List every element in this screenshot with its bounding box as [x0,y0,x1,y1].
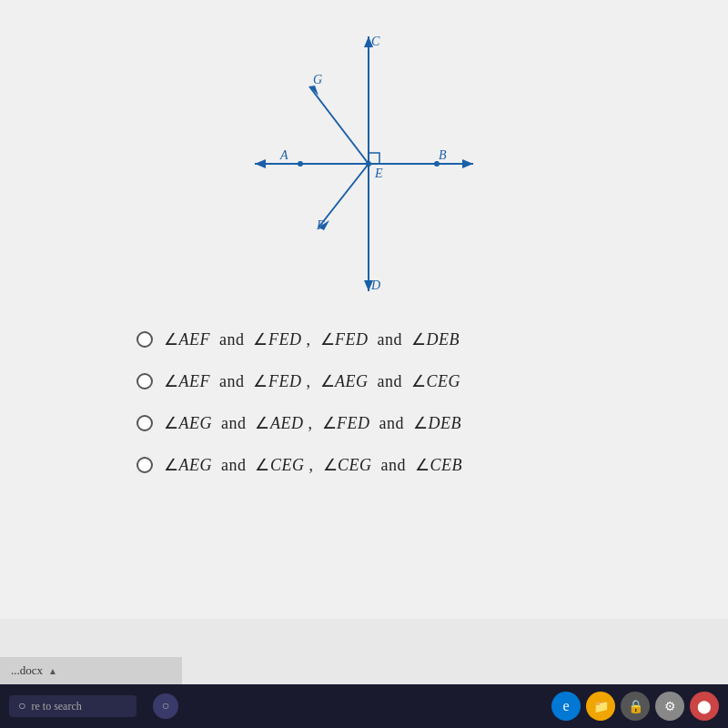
radio-4[interactable] [136,457,153,473]
choice-1-row[interactable]: ∠AEF and ∠FED , ∠FED and ∠DEB [136,318,646,360]
svg-point-11 [366,161,371,167]
chrome-icon[interactable]: ⬤ [690,692,719,721]
taskbar-icons: e 📁 🔒 ⚙ ⬤ [551,692,719,721]
label-f: F [316,218,325,232]
edge-icon[interactable]: e [551,692,581,721]
taskbar-search-label: re to search [31,700,81,713]
radio-3[interactable] [136,415,153,431]
file-explorer-icon[interactable]: 📁 [586,692,615,721]
svg-line-8 [318,164,369,228]
svg-point-12 [298,161,303,167]
settings-icon[interactable]: ⚙ [655,692,684,721]
choices-container: ∠AEF and ∠FED , ∠FED and ∠DEB ∠AEF and ∠… [82,318,646,486]
svg-marker-2 [462,159,473,168]
radio-2[interactable] [136,373,153,389]
docx-label: ...docx [11,663,43,678]
taskbar: ○ re to search ○ e 📁 🔒 ⚙ ⬤ [0,684,728,728]
label-c: C [371,35,380,48]
svg-line-6 [309,86,369,164]
label-g: G [313,73,322,86]
choice-2-text: ∠AEF and ∠FED , ∠AEG and ∠CEG [164,371,460,391]
main-content: C G A B E F D ∠AEF and ∠FED , ∠FED and ∠… [0,0,728,619]
choice-1-text: ∠AEF and ∠FED , ∠FED and ∠DEB [164,329,460,349]
svg-marker-7 [309,86,318,96]
search-icon: ○ [18,699,25,713]
docx-caret: ▲ [48,666,57,676]
label-d: D [370,278,380,292]
diagram-container: C G A B E F D [228,18,500,309]
label-a: A [279,148,288,162]
radio-1[interactable] [136,331,153,348]
docx-bar: ...docx ▲ [0,657,182,684]
geometry-diagram: C G A B E F D [228,18,500,309]
label-e: E [374,167,383,180]
windows-button[interactable]: ○ [153,693,178,719]
choice-3-text: ∠AEG and ∠AED , ∠FED and ∠DEB [164,413,461,433]
taskbar-search[interactable]: ○ re to search [9,695,136,717]
choice-3-row[interactable]: ∠AEG and ∠AED , ∠FED and ∠DEB [136,402,646,444]
choice-2-row[interactable]: ∠AEF and ∠FED , ∠AEG and ∠CEG [136,360,646,402]
choice-4-row[interactable]: ∠AEG and ∠CEG , ∠CEG and ∠CEB [136,444,646,486]
svg-marker-1 [255,159,266,168]
label-b: B [439,148,447,162]
store-icon[interactable]: 🔒 [621,692,650,721]
choice-4-text: ∠AEG and ∠CEG , ∠CEG and ∠CEB [164,455,462,475]
